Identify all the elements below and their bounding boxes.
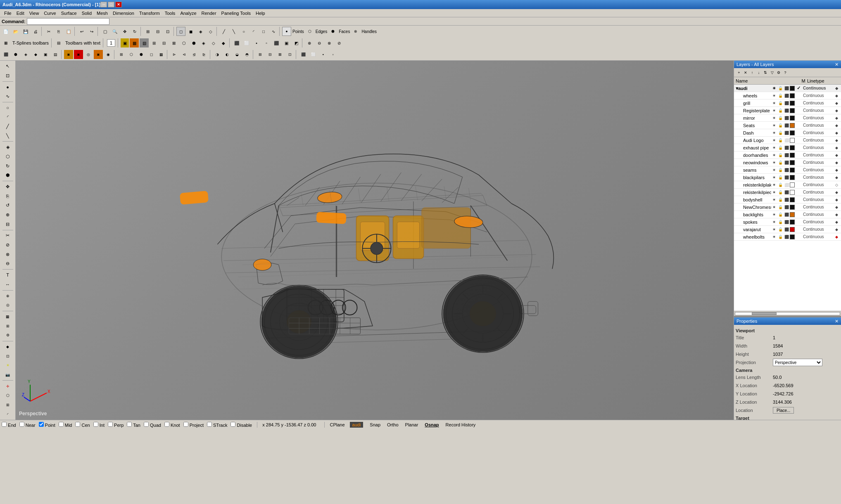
menu-curve[interactable]: Curve bbox=[41, 10, 58, 17]
layer-row-wheelbolts[interactable]: wheelbolts ☀ 🔓 ⬛ Continuous ◆ bbox=[734, 233, 841, 241]
layer-vis-icon-wheels[interactable]: ☀ bbox=[771, 93, 777, 99]
tb3-b24[interactable]: ◓ bbox=[242, 50, 252, 59]
layer-print-icon-mirror[interactable]: ⬛ bbox=[784, 115, 789, 121]
layer-print-icon-blackpilars[interactable]: ⬛ bbox=[784, 175, 789, 180]
lt-options[interactable]: ⚙ bbox=[2, 331, 14, 340]
tb-rendered[interactable]: ◈ bbox=[196, 27, 205, 36]
lt-polyline[interactable]: ╲ bbox=[2, 132, 14, 140]
layer-color-rekisterikilplakaa[interactable] bbox=[790, 182, 795, 187]
layer-vis-icon-mirror[interactable]: ☀ bbox=[771, 115, 777, 121]
layer-row-audilogo[interactable]: Audi Logo ☀ 🔓 ⬜ Continuous ◆ bbox=[734, 137, 841, 144]
menu-solid[interactable]: Solid bbox=[79, 10, 94, 17]
menu-help[interactable]: Help bbox=[253, 10, 268, 17]
lt-loft[interactable]: ⬢ bbox=[2, 171, 14, 180]
layer-row-seats[interactable]: Seats ☀ 🔓 ⬛ Continuous ◆ bbox=[734, 122, 841, 129]
tb2-b7[interactable]: ⬡ bbox=[179, 38, 188, 47]
tb3-b9[interactable]: ◎ bbox=[84, 50, 93, 59]
tb-zoomselected[interactable]: ⊡ bbox=[163, 27, 172, 36]
tb3-b5[interactable]: ▣ bbox=[41, 50, 50, 59]
layer-vis-icon-seams[interactable]: ☀ bbox=[771, 167, 777, 173]
lt-select-arrow[interactable]: ↖ bbox=[2, 62, 14, 71]
tb2-b8[interactable]: ⬢ bbox=[189, 38, 198, 47]
layer-lock-icon-wheelbolts[interactable]: 🔓 bbox=[777, 234, 783, 240]
title-bar-controls[interactable]: ─ □ ✕ bbox=[100, 2, 122, 7]
layer-color-newchrome[interactable] bbox=[790, 205, 795, 210]
layer-lock-icon-backlights[interactable]: 🔓 bbox=[777, 212, 783, 218]
layer-color-bodyshell[interactable] bbox=[790, 197, 795, 202]
tb3-b25[interactable]: ⊞ bbox=[256, 50, 265, 59]
lt-join[interactable]: ⊗ bbox=[2, 250, 14, 259]
layer-lock-icon-grill[interactable]: 🔓 bbox=[777, 100, 783, 106]
tb2-b20[interactable]: ⊖ bbox=[315, 38, 324, 47]
tb2-b6[interactable]: ⊠ bbox=[169, 38, 178, 47]
tb3-b16[interactable]: ▦ bbox=[157, 50, 166, 59]
layer-lock-icon-spokes[interactable]: 🔓 bbox=[777, 219, 783, 225]
status-tan-checkbox[interactable] bbox=[127, 422, 132, 427]
tb2-b9[interactable]: ◈ bbox=[199, 38, 208, 47]
tb3-b10[interactable]: ◙ bbox=[94, 50, 103, 59]
layer-vis-icon-rekisterikilplakaa[interactable]: ☀ bbox=[771, 182, 777, 188]
layer-color-backlights[interactable] bbox=[790, 212, 795, 217]
layer-row-spokes[interactable]: spokes ☀ 🔓 ⬛ Continuous ◆ bbox=[734, 218, 841, 226]
layer-print-icon-newchrome[interactable]: ⬛ bbox=[784, 204, 789, 210]
lt-copy[interactable]: ⎘ bbox=[2, 192, 14, 201]
layer-color-grill[interactable] bbox=[790, 101, 795, 106]
layer-lock-icon-varajarut[interactable]: 🔓 bbox=[777, 227, 783, 232]
tb3-b7[interactable]: ◙ bbox=[64, 50, 73, 59]
layer-vis-icon-seats[interactable]: ☀ bbox=[771, 123, 777, 128]
layer-color-seats[interactable] bbox=[790, 123, 795, 128]
layer-row-doorhandles[interactable]: doorhandles ☀ 🔓 ⬛ Continuous ◆ bbox=[734, 151, 841, 159]
tb2-opt1[interactable]: ▦ bbox=[1, 38, 10, 47]
tb2-b21[interactable]: ⊗ bbox=[325, 38, 334, 47]
layer-print-icon-neowindows[interactable]: ⬛ bbox=[784, 160, 789, 166]
layer-down-btn[interactable]: ↓ bbox=[755, 69, 762, 76]
layer-lock-icon-registerplate[interactable]: 🔓 bbox=[777, 108, 783, 114]
tb3-b32[interactable]: ▫ bbox=[328, 50, 337, 59]
prop-btn-camera-place[interactable]: Place... bbox=[773, 407, 794, 414]
lt-rotate[interactable]: ↺ bbox=[2, 201, 14, 210]
lt-snap[interactable]: ⊕ bbox=[2, 291, 14, 300]
tb-paste[interactable]: 📋 bbox=[64, 27, 73, 36]
layer-vis-icon-grill[interactable]: ☀ bbox=[771, 100, 777, 106]
layer-row-mirror[interactable]: mirror ☀ 🔓 ⬛ Continuous ◆ bbox=[734, 114, 841, 122]
layer-color-dash[interactable] bbox=[790, 130, 795, 135]
layer-vis-icon-registerplate[interactable]: ☀ bbox=[771, 108, 777, 114]
tb-zoomextents[interactable]: ⊞ bbox=[143, 27, 152, 36]
layer-vis-icon-varajarut[interactable]: ☀ bbox=[771, 227, 777, 232]
layer-color-rekisterikilpiedesta[interactable] bbox=[790, 190, 795, 195]
layer-row-audi[interactable]: ▼ audi ☀ 🔓 ⬛ ✓ Continuous ◆ bbox=[734, 85, 841, 92]
tb2-b13[interactable]: ⬜ bbox=[242, 38, 251, 47]
layer-print-icon-spokes[interactable]: ⬛ bbox=[784, 219, 789, 225]
tb2-b16[interactable]: ⬛ bbox=[272, 38, 281, 47]
layer-color-varajarut[interactable] bbox=[790, 227, 795, 232]
lt-dimension[interactable]: ↔ bbox=[2, 280, 14, 289]
layer-lock-icon-bodyshell[interactable]: 🔓 bbox=[777, 197, 783, 203]
layer-vis-icon-audi[interactable]: ☀ bbox=[771, 85, 777, 91]
lt-lights[interactable]: ☀ bbox=[2, 361, 14, 370]
status-quad-checkbox[interactable] bbox=[144, 422, 149, 427]
tb2-b22[interactable]: ⊘ bbox=[335, 38, 344, 47]
menu-paneling[interactable]: Paneling Tools bbox=[219, 10, 253, 17]
lt-layers[interactable]: ▦ bbox=[2, 312, 14, 321]
layer-vis-icon-newchrome[interactable]: ☀ bbox=[771, 204, 777, 210]
layer-row-bodyshell[interactable]: bodyshell ☀ 🔓 ⬛ Continuous ◆ bbox=[734, 196, 841, 203]
layer-row-newchrome[interactable]: NewChromesurfaces ☀ 🔓 ⬛ Continuous ◆ bbox=[734, 203, 841, 211]
tb3-b28[interactable]: ⊡ bbox=[285, 50, 295, 59]
status-int-checkbox[interactable] bbox=[93, 422, 98, 427]
layer-vis-icon-dash[interactable]: ☀ bbox=[771, 130, 777, 136]
lt-fillet[interactable]: ◜ bbox=[2, 410, 14, 419]
tb2-opt2[interactable]: ▤ bbox=[54, 38, 63, 47]
status-disable-checkbox[interactable] bbox=[230, 422, 235, 427]
layer-print-icon-audi[interactable]: ⬛ bbox=[784, 85, 789, 91]
menu-file[interactable]: File bbox=[2, 10, 14, 17]
tb3-b20[interactable]: ⊵ bbox=[200, 50, 209, 59]
status-perp-checkbox[interactable] bbox=[108, 422, 113, 427]
status-strack-checkbox[interactable] bbox=[207, 422, 212, 427]
tb-ghosted[interactable]: ◇ bbox=[206, 27, 215, 36]
lt-line[interactable]: ╱ bbox=[2, 122, 14, 131]
layer-lock-icon-rekisterikilplakaa[interactable]: 🔓 bbox=[777, 182, 783, 188]
menu-mesh[interactable]: Mesh bbox=[94, 10, 110, 17]
layer-print-icon-audilogo[interactable]: ⬜ bbox=[784, 137, 789, 143]
layer-row-dash[interactable]: Dash ☀ 🔓 ⬛ Continuous ◆ bbox=[734, 129, 841, 137]
layer-sort-btn[interactable]: ⇅ bbox=[762, 69, 769, 76]
